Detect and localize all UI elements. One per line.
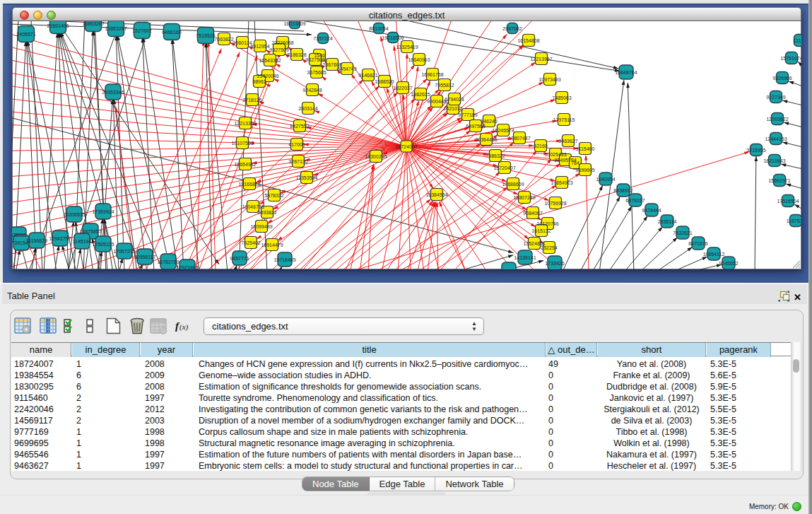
svg-text:10046786: 10046786 xyxy=(242,204,264,209)
svg-text:16543362: 16543362 xyxy=(259,58,281,63)
svg-text:9474444: 9474444 xyxy=(642,208,661,213)
svg-text:16245574: 16245574 xyxy=(492,128,514,133)
svg-text:9457771: 9457771 xyxy=(230,256,249,261)
svg-text:16099489: 16099489 xyxy=(250,224,272,229)
svg-text:9327509: 9327509 xyxy=(269,47,288,52)
svg-text:9463627: 9463627 xyxy=(558,139,577,144)
svg-text:19654923: 19654923 xyxy=(551,180,572,185)
svg-text:18300295: 18300295 xyxy=(365,154,387,159)
svg-text:10688609: 10688609 xyxy=(502,182,524,187)
svg-text:9227349: 9227349 xyxy=(766,95,785,100)
svg-text:784: 784 xyxy=(571,160,579,165)
svg-text:16782759: 16782759 xyxy=(157,259,179,264)
svg-text:2803144: 2803144 xyxy=(298,106,317,111)
svg-text:9242848: 9242848 xyxy=(302,88,322,93)
svg-text:435061: 435061 xyxy=(12,233,27,238)
svg-text:1640954: 1640954 xyxy=(596,177,615,182)
svg-text:15692971: 15692971 xyxy=(768,178,790,183)
svg-text:12213363: 12213363 xyxy=(234,121,256,126)
svg-text:3267130: 3267130 xyxy=(288,159,307,164)
svg-text:10853267: 10853267 xyxy=(105,26,126,31)
svg-text:8427552: 8427552 xyxy=(290,124,309,129)
svg-text:10756928: 10756928 xyxy=(544,201,566,206)
svg-text:1733426: 1733426 xyxy=(545,261,564,266)
svg-text:(x): (x) xyxy=(180,322,189,332)
svg-text:9777169: 9777169 xyxy=(458,112,477,117)
svg-text:17016504: 17016504 xyxy=(777,199,799,204)
svg-text:11353594: 11353594 xyxy=(296,175,318,180)
svg-text:12975115: 12975115 xyxy=(553,117,575,122)
svg-text:2405571: 2405571 xyxy=(16,32,35,37)
svg-text:8813054: 8813054 xyxy=(369,26,388,31)
svg-text:20691406: 20691406 xyxy=(47,23,69,28)
svg-text:7986322: 7986322 xyxy=(486,153,505,158)
svg-text:12923465: 12923465 xyxy=(176,265,198,270)
svg-text:23226058: 23226058 xyxy=(271,40,293,45)
svg-text:5878332: 5878332 xyxy=(264,193,283,198)
svg-text:1527602: 1527602 xyxy=(132,28,151,33)
svg-text:746246: 746246 xyxy=(481,119,497,124)
svg-text:98961: 98961 xyxy=(252,79,266,84)
svg-text:20364436: 20364436 xyxy=(475,137,497,142)
svg-text:20206535: 20206535 xyxy=(63,212,85,217)
svg-text:9084067: 9084067 xyxy=(523,211,542,216)
svg-text:17359924: 17359924 xyxy=(92,209,114,214)
svg-text:10654982: 10654982 xyxy=(234,162,256,167)
svg-text:18807249: 18807249 xyxy=(513,195,535,200)
svg-text:7625402: 7625402 xyxy=(241,240,260,245)
svg-text:7632621: 7632621 xyxy=(673,230,692,235)
svg-text:17957275: 17957275 xyxy=(113,249,135,254)
svg-text:1322037: 1322037 xyxy=(393,86,412,90)
svg-text:10807487: 10807487 xyxy=(508,136,530,141)
svg-text:9699695: 9699695 xyxy=(575,168,594,173)
svg-text:417006: 417006 xyxy=(288,142,305,147)
svg-text:18640910: 18640910 xyxy=(408,57,430,62)
svg-text:19384554: 19384554 xyxy=(425,192,447,197)
svg-text:12942757: 12942757 xyxy=(49,236,71,241)
svg-text:6794028: 6794028 xyxy=(445,97,464,102)
svg-text:16210643: 16210643 xyxy=(763,158,785,163)
svg-text:1145194: 1145194 xyxy=(73,239,92,244)
svg-text:9660124: 9660124 xyxy=(233,40,252,45)
svg-text:11156829: 11156829 xyxy=(26,238,47,243)
svg-text:7663822: 7663822 xyxy=(214,37,233,42)
svg-text:6466160: 6466160 xyxy=(162,30,181,35)
svg-text:10654112: 10654112 xyxy=(703,252,725,257)
svg-text:19166825: 19166825 xyxy=(238,182,260,187)
svg-text:3675685: 3675685 xyxy=(307,70,326,75)
svg-text:18724007: 18724007 xyxy=(395,144,417,149)
svg-text:5493822: 5493822 xyxy=(257,210,276,215)
svg-text:16853267: 16853267 xyxy=(82,21,104,26)
svg-text:8938912: 8938912 xyxy=(613,188,632,193)
svg-text:11123: 11123 xyxy=(794,38,801,43)
svg-text:2087682: 2087682 xyxy=(502,26,522,31)
svg-text:1421072: 1421072 xyxy=(443,106,462,111)
svg-text:15716485: 15716485 xyxy=(273,257,295,262)
svg-text:7485063: 7485063 xyxy=(552,95,571,100)
svg-text:12213967: 12213967 xyxy=(530,57,552,62)
svg-text:23420046: 23420046 xyxy=(257,74,278,78)
svg-text:14136141: 14136141 xyxy=(514,255,536,260)
svg-text:16120746: 16120746 xyxy=(536,221,558,226)
svg-text:16961758: 16961758 xyxy=(421,72,443,77)
svg-text:9327508: 9327508 xyxy=(305,57,324,62)
svg-text:9245652: 9245652 xyxy=(719,261,738,266)
svg-text:15751074: 15751074 xyxy=(780,56,801,61)
svg-text:16033809: 16033809 xyxy=(283,21,305,26)
svg-text:20053346: 20053346 xyxy=(102,90,124,95)
svg-text:10975857: 10975857 xyxy=(79,229,101,234)
svg-text:16648764: 16648764 xyxy=(615,70,637,75)
svg-text:16154808: 16154808 xyxy=(517,38,539,43)
svg-text:1588520: 1588520 xyxy=(375,79,394,84)
svg-text:12444153: 12444153 xyxy=(765,136,787,141)
svg-text:1167533: 1167533 xyxy=(787,218,801,223)
svg-text:8471676: 8471676 xyxy=(688,241,707,246)
svg-text:13325419: 13325419 xyxy=(396,45,418,49)
svg-text:12093822: 12093822 xyxy=(766,117,788,122)
svg-text:1362615: 1362615 xyxy=(411,92,430,97)
svg-text:10973493: 10973493 xyxy=(539,77,560,82)
svg-text:8454749: 8454749 xyxy=(337,66,356,71)
svg-text:10958117: 10958117 xyxy=(134,255,156,259)
svg-text:9900448: 9900448 xyxy=(427,99,446,104)
svg-text:9115460: 9115460 xyxy=(576,146,595,151)
